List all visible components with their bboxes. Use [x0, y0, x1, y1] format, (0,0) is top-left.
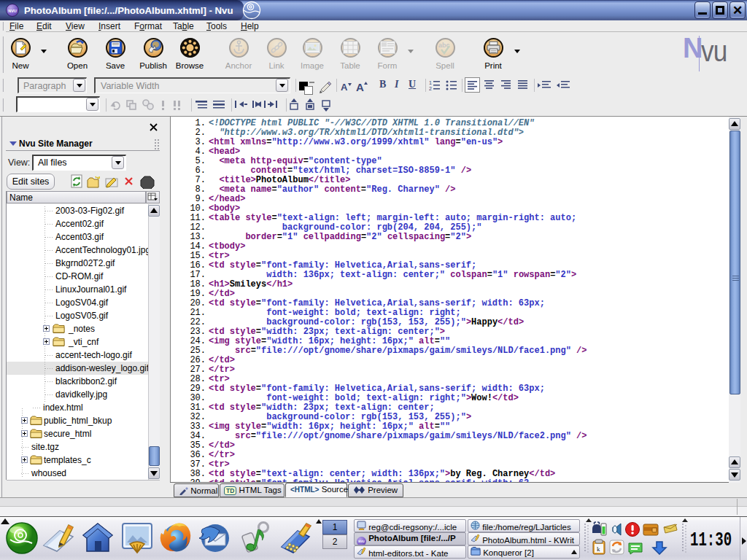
svg-text:2: 2	[429, 86, 432, 91]
svg-text:1: 1	[429, 80, 432, 85]
svg-text:A: A	[341, 82, 348, 93]
svg-text:A: A	[356, 81, 364, 93]
svg-text:k: k	[597, 545, 600, 553]
